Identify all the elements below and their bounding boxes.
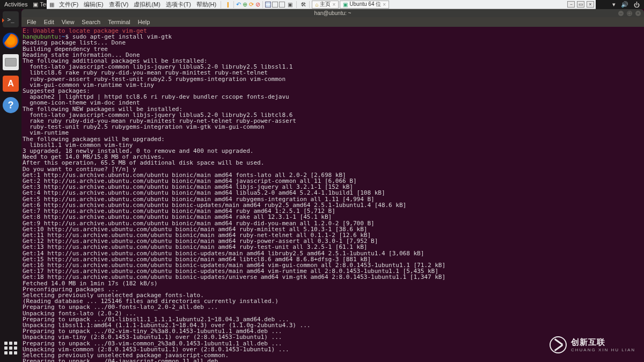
menu-search[interactable]: Search xyxy=(78,19,104,25)
watermark-text: 创新互联 xyxy=(571,337,635,348)
menu-terminal[interactable]: Terminal xyxy=(105,19,134,25)
snapshot-icons[interactable]: ↶ ⊕ ⟳ ⊘ xyxy=(236,1,260,8)
window-title: han@ubuntu: ~ xyxy=(314,10,352,16)
win-close-icon[interactable]: × xyxy=(635,11,641,16)
vmware-toolbar: ▦ 文件(F) 编辑(E) 查看(V) 虚拟机(M) 选项卡(T) 帮助(H) … xyxy=(47,0,596,9)
watermark-subtext: CHUANG XIN HU LIAN xyxy=(571,348,635,352)
close-icon[interactable]: × xyxy=(332,2,335,8)
activities-button[interactable]: Activities xyxy=(4,1,27,8)
current-app-indicator[interactable]: ▣ Ter xyxy=(33,1,48,8)
vm-menu-vm[interactable]: 虚拟机(M) xyxy=(131,1,163,9)
ubuntu-launcher xyxy=(0,9,21,362)
vm-tab-ubuntu[interactable]: ▣Ubuntu 64 位× xyxy=(340,1,389,9)
fullscreen-icon[interactable] xyxy=(279,2,285,8)
terminal-output[interactable]: E: Unable to locate package vim-get han@… xyxy=(21,27,644,362)
fit-icon[interactable] xyxy=(272,2,278,8)
maximize-icon[interactable]: ▭ xyxy=(577,1,584,8)
win-max-icon[interactable]: ▢ xyxy=(627,11,632,16)
watermark-logo-icon xyxy=(550,336,567,353)
show-applications-icon[interactable] xyxy=(4,342,17,354)
vm-menu-help[interactable]: 帮助(H) xyxy=(194,1,218,9)
vm-menu-file[interactable]: 文件(F) xyxy=(57,1,80,9)
vm-menu-view[interactable]: 查看(V) xyxy=(107,1,131,9)
window-titlebar[interactable]: han@ubuntu: ~ – ▢ × xyxy=(21,9,644,17)
monitor-icon: ▣ xyxy=(343,2,348,8)
vmw-logo-icon: ▦ xyxy=(48,1,56,9)
unity-icon[interactable]: ▣ xyxy=(286,1,294,9)
volume-icon[interactable]: 🔊 xyxy=(621,1,628,8)
pause-icon[interactable]: || xyxy=(223,1,231,9)
terminal-menubar: File Edit View Search Terminal Help xyxy=(21,17,644,27)
minimize-icon[interactable]: － xyxy=(567,1,575,8)
home-icon: ⌂ xyxy=(315,2,318,8)
vm-menu-edit[interactable]: 编辑(E) xyxy=(82,1,106,9)
vm-menu-tabs[interactable]: 选项卡(T) xyxy=(164,1,193,9)
menu-edit[interactable]: Edit xyxy=(41,19,57,25)
menu-help[interactable]: Help xyxy=(135,19,153,25)
win-min-icon[interactable]: – xyxy=(618,11,624,16)
launcher-software[interactable] xyxy=(3,76,19,92)
vm-tab-home[interactable]: ⌂主页× xyxy=(312,1,339,9)
tools-icon[interactable]: 🛠 xyxy=(299,1,307,9)
menu-view[interactable]: View xyxy=(58,19,78,25)
launcher-firefox[interactable] xyxy=(3,33,19,49)
network-icon[interactable]: ▾ xyxy=(612,1,616,8)
launcher-terminal[interactable] xyxy=(3,11,19,27)
menu-file[interactable]: File xyxy=(24,19,40,25)
watermark: 创新互联 CHUANG XIN HU LIAN xyxy=(550,336,635,353)
thumbnail-icon[interactable] xyxy=(265,2,271,8)
launcher-files[interactable] xyxy=(3,54,19,70)
close-icon[interactable]: × xyxy=(587,1,594,8)
power-icon[interactable]: ⏻ xyxy=(634,2,640,8)
launcher-help[interactable] xyxy=(3,97,19,113)
close-icon[interactable]: × xyxy=(383,2,386,8)
